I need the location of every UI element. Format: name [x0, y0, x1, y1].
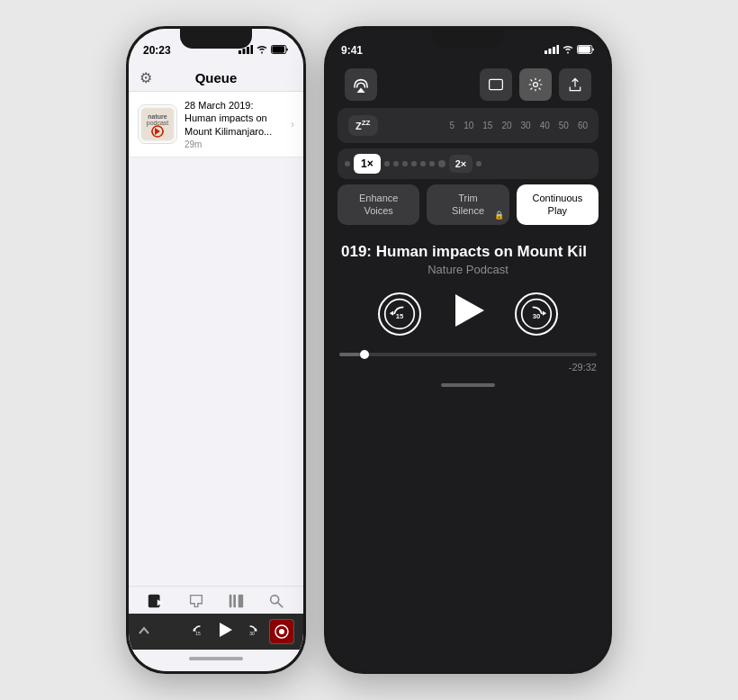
screen-dark: 9:41 — [327, 29, 609, 671]
tab-queue[interactable] — [147, 592, 165, 610]
queue-item-info: 28 March 2019: Human impacts on Mount Ki… — [184, 99, 284, 149]
podcast-logo: nature podcast — [140, 106, 176, 142]
airplay-button[interactable] — [345, 68, 377, 101]
svg-rect-5 — [272, 46, 284, 52]
mini-player[interactable]: 15 30 — [129, 614, 303, 650]
play-button-large[interactable] — [446, 289, 490, 340]
svg-text:nature: nature — [148, 113, 167, 120]
continuous-play-button[interactable]: ContinuousPlay — [517, 184, 598, 225]
signal-icon-right — [544, 45, 559, 56]
svg-text:15: 15 — [195, 631, 201, 635]
svg-marker-18 — [220, 623, 232, 637]
tick-40[interactable]: 40 — [540, 121, 550, 130]
speed-row: 1× 2× — [338, 148, 598, 179]
speed-dot-4 — [402, 161, 408, 166]
tick-15[interactable]: 15 — [482, 121, 492, 130]
mini-skip-back-button[interactable]: 15 — [190, 623, 206, 642]
speed-1x-button[interactable]: 1× — [354, 154, 381, 174]
sleep-timer-row: ZZZ 5 10 15 20 30 40 50 60 — [338, 108, 598, 143]
svg-line-16 — [278, 603, 283, 607]
tab-inbox[interactable] — [187, 592, 205, 610]
speed-dot-6 — [420, 161, 426, 166]
mini-player-left — [138, 624, 150, 640]
progress-fill — [339, 353, 360, 356]
svg-rect-26 — [557, 45, 560, 54]
time-left: 20:23 — [143, 44, 171, 57]
home-bar-right — [441, 383, 495, 387]
svg-point-15 — [270, 596, 278, 604]
status-icons-right — [544, 45, 595, 56]
svg-rect-12 — [230, 595, 232, 608]
home-bar-left — [189, 657, 243, 660]
tick-10[interactable]: 10 — [464, 121, 473, 130]
bottom-nav-left: 15 30 — [129, 586, 303, 671]
svg-rect-13 — [234, 595, 237, 608]
right-phone: 9:41 — [324, 26, 612, 674]
speed-dot-1 — [345, 161, 350, 166]
speed-2x-button[interactable]: 2× — [449, 155, 473, 173]
queue-item[interactable]: nature podcast 28 March 2019: Human impa… — [129, 92, 303, 157]
mini-controls: 15 30 — [190, 619, 294, 644]
mini-skip-fwd-button[interactable]: 30 — [244, 623, 260, 642]
notch-left — [180, 29, 252, 49]
mini-chevron-icon[interactable] — [138, 624, 150, 640]
progress-container — [327, 347, 609, 358]
svg-rect-24 — [549, 49, 552, 54]
speed-dot-2 — [384, 161, 390, 166]
svg-rect-23 — [544, 50, 547, 54]
playback-controls: 15 30 — [327, 282, 609, 347]
svg-rect-25 — [553, 47, 555, 54]
skip-back-15-button[interactable]: 15 — [378, 292, 421, 336]
tick-30[interactable]: 30 — [521, 121, 531, 130]
episode-title: 019: Human impacts on Mount Kil — [341, 243, 595, 261]
screen-button[interactable] — [480, 68, 512, 101]
speed-dot-8 — [476, 161, 482, 166]
svg-marker-32 — [390, 311, 393, 316]
svg-rect-0 — [238, 50, 241, 54]
svg-marker-34 — [455, 294, 484, 327]
svg-rect-2 — [247, 47, 249, 54]
svg-rect-29 — [490, 79, 503, 89]
tab-library[interactable] — [227, 592, 245, 610]
zzz-label: ZZZ — [356, 121, 371, 131]
left-phone: 20:23 — [126, 26, 306, 674]
enhance-voices-button[interactable]: EnhanceVoices — [338, 184, 419, 225]
svg-point-22 — [279, 629, 284, 634]
tab-search[interactable] — [267, 592, 285, 610]
sleep-timer-button[interactable]: ZZZ — [348, 115, 378, 136]
lock-icon: 🔒 — [494, 211, 504, 221]
svg-marker-11 — [158, 599, 162, 606]
svg-text:30: 30 — [533, 312, 541, 320]
svg-rect-28 — [578, 46, 590, 52]
home-indicator-right — [327, 376, 609, 394]
svg-marker-36 — [543, 311, 546, 316]
screen-light: 20:23 — [129, 29, 303, 671]
bottom-tabs — [129, 592, 303, 610]
timer-ticks: 5 10 15 20 30 40 50 60 — [385, 121, 588, 130]
trim-silence-button[interactable]: TrimSilence 🔒 — [427, 184, 508, 225]
mini-play-button[interactable] — [215, 620, 235, 644]
battery-icon-left — [271, 45, 289, 56]
mini-podcast-thumb — [269, 619, 294, 644]
tick-60[interactable]: 60 — [578, 121, 588, 130]
queue-item-chevron: › — [291, 118, 294, 130]
notch-right — [432, 29, 504, 49]
tick-5[interactable]: 5 — [450, 121, 455, 130]
wifi-icon-left — [256, 45, 268, 56]
svg-rect-14 — [238, 595, 243, 608]
speed-dot-5 — [411, 161, 417, 166]
feature-buttons-row: EnhanceVoices TrimSilence 🔒 ContinuousPl… — [338, 184, 598, 225]
progress-bar[interactable] — [339, 353, 597, 356]
time-remaining: -29:32 — [327, 358, 609, 376]
queue-item-title: 28 March 2019: Human impacts on Mount Ki… — [184, 99, 284, 138]
share-button[interactable] — [559, 68, 591, 101]
queue-list: nature podcast 28 March 2019: Human impa… — [129, 92, 303, 586]
nav-bar-left: ⚙ Queue — [129, 65, 303, 92]
settings-button-right[interactable] — [519, 68, 552, 101]
skip-fwd-30-button[interactable]: 30 — [515, 292, 558, 336]
trim-silence-label: TrimSilence — [452, 193, 484, 216]
podcast-thumbnail: nature podcast — [138, 104, 177, 144]
settings-icon-left[interactable]: ⚙ — [140, 69, 152, 86]
tick-50[interactable]: 50 — [559, 121, 569, 130]
tick-20[interactable]: 20 — [501, 121, 511, 130]
